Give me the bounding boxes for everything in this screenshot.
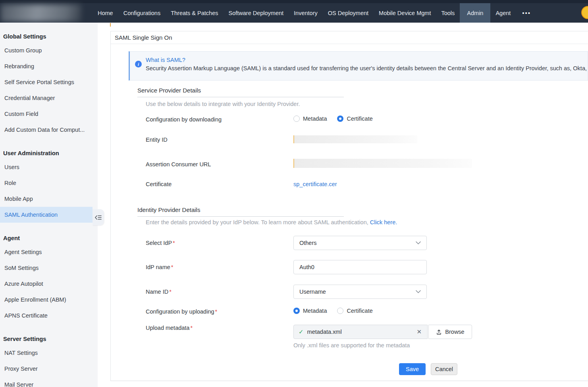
nav-tab-threats-patches[interactable]: Threats & Patches — [166, 3, 223, 23]
upload-metadata-label: Upload metadata* — [146, 325, 193, 331]
download-metadata-radio[interactable]: Metadata — [293, 116, 327, 122]
collapse-icon — [95, 215, 102, 220]
acs-url-label: Assertion Consumer URL — [146, 161, 211, 168]
check-icon: ✓ — [299, 328, 304, 335]
browse-button[interactable]: Browse — [428, 325, 472, 339]
sp-details-heading: Service Provider Details — [137, 87, 344, 97]
nav-tab-software-deployment[interactable]: Software Deployment — [223, 3, 289, 23]
sidebar-item-rebranding[interactable]: Rebranding — [0, 58, 98, 74]
nav-tab-mobile-device-mgmt[interactable]: Mobile Device Mgmt — [374, 3, 436, 23]
main-nav: Home Configurations Threats & Patches So… — [93, 3, 537, 23]
panel-accent-tick — [110, 23, 111, 27]
nav-tab-configurations[interactable]: Configurations — [118, 3, 166, 23]
label-text: Name ID — [146, 289, 168, 295]
idp-name-label: IdP name* — [146, 264, 173, 270]
name-id-dropdown[interactable]: Username — [293, 285, 427, 299]
saml-info-banner: i What is SAML? Security Assertion Marku… — [129, 51, 588, 81]
uploaded-file-chip: ✓ metadata.xml ✕ — [293, 325, 428, 339]
upload-icon — [436, 329, 442, 335]
radio-label: Metadata — [303, 308, 327, 314]
banner-description: Security Assertion Markup Language (SAML… — [146, 65, 588, 71]
sidebar-item-self-service-portal-settings[interactable]: Self Service Portal Settings — [0, 74, 98, 90]
nav-tab-agent[interactable]: Agent — [490, 3, 516, 23]
sidebar-item-custom-group[interactable]: Custom Group — [0, 42, 98, 58]
sidebar-item-mail-server[interactable]: Mail Server — [0, 377, 98, 387]
select-idp-dropdown[interactable]: Others — [293, 236, 427, 250]
nav-tab-os-deployment[interactable]: OS Deployment — [323, 3, 374, 23]
sidebar-item-azure-autopilot[interactable]: Azure Autopilot — [0, 276, 98, 292]
radio-label: Certificate — [347, 308, 372, 314]
sidebar-item-nat-settings[interactable]: NAT Settings — [0, 345, 98, 361]
radio-label: Certificate — [347, 116, 372, 122]
idp-name-input[interactable] — [293, 260, 427, 274]
config-upload-radio-group: Metadata Certificate — [293, 308, 373, 314]
radio-selected-icon[interactable] — [293, 308, 300, 314]
label-text: IdP name — [146, 264, 170, 270]
required-marker: * — [173, 240, 175, 246]
sidebar-item-custom-field[interactable]: Custom Field — [0, 106, 98, 122]
required-marker: * — [190, 325, 193, 331]
chevron-down-icon — [416, 241, 421, 245]
what-is-saml-link[interactable]: What is SAML? — [146, 57, 588, 63]
radio-unselected-icon[interactable] — [293, 116, 300, 122]
product-logo — [1, 4, 81, 22]
nav-tab-admin[interactable]: Admin — [460, 3, 490, 23]
label-text: Select IdP — [146, 240, 172, 246]
sidebar-item-apple-enrollment[interactable]: Apple Enrollment (ABM) — [0, 292, 98, 308]
info-icon: i — [135, 61, 142, 67]
name-id-value: Username — [299, 289, 326, 295]
upload-metadata-field: ✓ metadata.xml ✕ Browse — [293, 325, 472, 339]
uploaded-file-name: metadata.xml — [307, 329, 413, 335]
remove-file-icon[interactable]: ✕ — [416, 328, 422, 335]
save-button[interactable]: Save — [399, 363, 426, 375]
sidebar-item-credential-manager[interactable]: Credential Manager — [0, 90, 98, 106]
required-marker: * — [215, 308, 218, 315]
certificate-label: Certificate — [146, 181, 172, 187]
select-idp-value: Others — [299, 240, 317, 246]
upload-certificate-radio[interactable]: Certificate — [337, 308, 372, 314]
top-strip — [0, 0, 588, 3]
sidebar-item-agent-settings[interactable]: Agent Settings — [0, 244, 98, 260]
sidebar-section-user-administration: User Administration — [0, 147, 98, 159]
app-window: Home Configurations Threats & Patches So… — [0, 0, 588, 387]
required-marker: * — [171, 264, 174, 270]
required-marker: * — [169, 289, 172, 295]
browse-label: Browse — [445, 329, 464, 335]
entity-id-label: Entity ID — [146, 137, 168, 143]
sidebar-section-agent: Agent — [0, 232, 98, 244]
sidebar-collapse-toggle[interactable] — [93, 209, 104, 225]
radio-unselected-icon[interactable] — [337, 308, 343, 314]
sidebar-item-saml-authentication[interactable]: SAML Authentication — [0, 207, 93, 223]
radio-selected-icon[interactable] — [337, 116, 343, 122]
chevron-down-icon — [416, 290, 421, 293]
label-text: Upload metadata — [146, 325, 189, 331]
nav-tab-tools[interactable]: Tools — [436, 3, 460, 23]
click-here-link[interactable]: Click here. — [370, 219, 397, 225]
idp-subtitle-text: Enter the details provided by your IdP b… — [146, 219, 370, 225]
config-download-label: Configuration by downloading — [146, 116, 222, 123]
sidebar-item-mobile-app[interactable]: Mobile App — [0, 191, 98, 207]
top-navigation-bar: Home Configurations Threats & Patches So… — [0, 0, 588, 23]
user-avatar[interactable] — [581, 6, 588, 19]
label-text: Configuration by uploading — [146, 308, 214, 315]
sidebar-item-add-custom-data[interactable]: Add Custom Data for Comput... — [0, 122, 98, 138]
entity-id-value-redacted — [293, 135, 417, 143]
sidebar-item-proxy-server[interactable]: Proxy Server — [0, 361, 98, 377]
download-certificate-radio[interactable]: Certificate — [337, 116, 372, 122]
sidebar-item-users[interactable]: Users — [0, 159, 98, 175]
sidebar-item-role[interactable]: Role — [0, 175, 98, 191]
nav-tab-inventory[interactable]: Inventory — [289, 3, 323, 23]
cancel-button[interactable]: Cancel — [431, 363, 457, 375]
sidebar-item-apns-certificate[interactable]: APNS Certificate — [0, 308, 98, 323]
acs-url-value-redacted — [293, 159, 472, 168]
config-download-radio-group: Metadata Certificate — [293, 116, 373, 122]
sp-certificate-link[interactable]: sp_certificate.cer — [293, 181, 337, 187]
nav-tab-home[interactable]: Home — [93, 3, 118, 23]
upload-metadata-radio[interactable]: Metadata — [293, 308, 327, 314]
sidebar-item-som-settings[interactable]: SoM Settings — [0, 260, 98, 276]
sp-details-subtitle: Use the below details to integrate with … — [146, 101, 300, 107]
idp-details-heading: Identity Provider Details — [137, 206, 344, 217]
nav-more-icon[interactable]: ••• — [516, 3, 537, 23]
config-upload-label: Configuration by uploading* — [146, 308, 217, 315]
upload-hint-text: Only .xml files are supported for the me… — [293, 342, 410, 348]
